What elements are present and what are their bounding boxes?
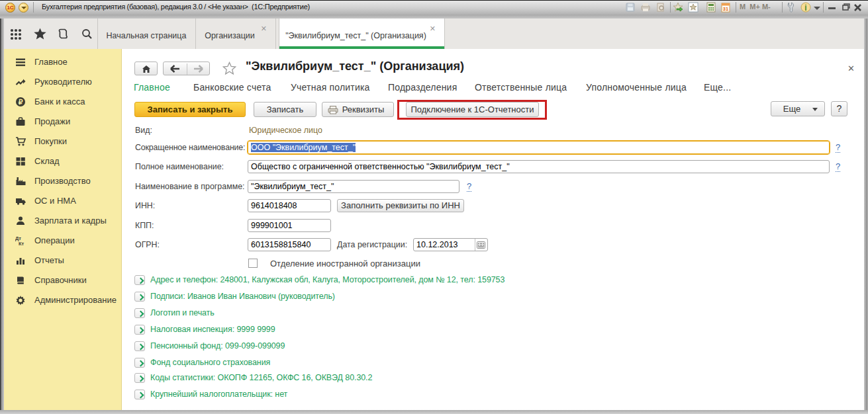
- svg-text:31: 31: [723, 6, 728, 12]
- svg-text:Кт: Кт: [19, 241, 24, 246]
- svg-text:₽: ₽: [19, 98, 23, 106]
- svg-text:i: i: [804, 3, 806, 13]
